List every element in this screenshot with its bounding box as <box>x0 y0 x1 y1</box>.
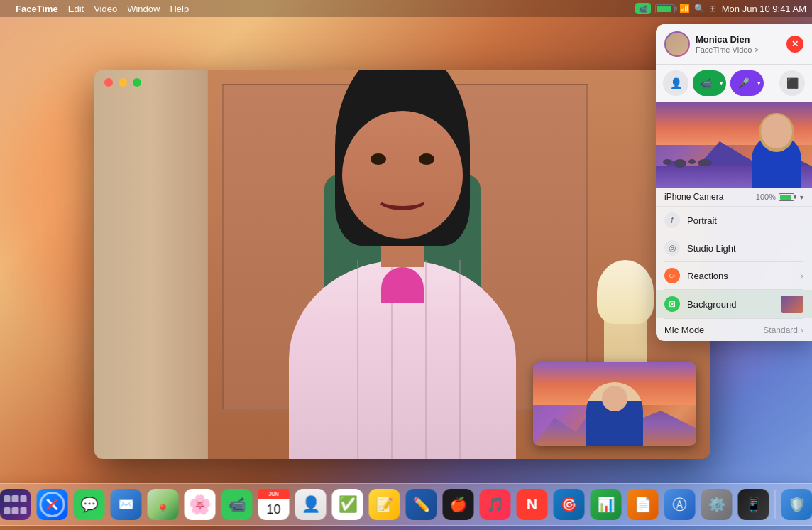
dock-item-notes[interactable]: 📝 <box>368 487 402 521</box>
cal-day: 10 <box>266 502 280 517</box>
menu-video[interactable]: Video <box>94 4 117 14</box>
menu-window[interactable]: Window <box>127 4 160 14</box>
mic-mode-menu-item[interactable]: Mic Mode Standard › <box>656 319 812 341</box>
dock-item-safari[interactable] <box>35 487 70 521</box>
background-menu-item[interactable]: ⊠ Background <box>656 290 812 318</box>
studio-light-symbol: ◎ <box>669 243 676 253</box>
facetime-icon: 📹 <box>221 489 253 520</box>
dock-item-system-settings[interactable]: ⚙️ <box>700 487 734 521</box>
appletv-logo: 🍎 <box>449 496 467 513</box>
camera-controls[interactable]: 📹 ▾ <box>693 70 726 96</box>
close-window-button[interactable] <box>104 78 113 87</box>
portrait-f-icon: f <box>671 215 673 225</box>
reminders-check: ✅ <box>338 495 357 514</box>
battery-icon <box>779 193 794 201</box>
camera-icon: 📹 <box>700 77 712 89</box>
microphone-button[interactable]: 🎤 <box>730 70 756 96</box>
person-button[interactable]: 👤 <box>663 70 688 96</box>
cal-body: 10 <box>266 499 280 520</box>
search-icon[interactable]: 🔍 <box>694 4 705 13</box>
keynote-icon: 🎯 <box>554 489 585 520</box>
app-name[interactable]: FaceTime <box>16 4 58 14</box>
notes-paper: 📝 <box>375 496 393 513</box>
eye-left <box>371 153 386 165</box>
dock-item-photos[interactable]: 🌸 <box>183 487 217 521</box>
dock-item-news[interactable]: N <box>515 487 549 521</box>
dock-item-contacts[interactable]: 👤 <box>294 487 328 521</box>
camera-button[interactable]: 📹 <box>693 70 718 96</box>
camera-chevron-icon[interactable]: ▾ <box>720 80 723 87</box>
screen-share-button[interactable]: ⬛ <box>779 70 805 96</box>
maximize-window-button[interactable] <box>133 78 141 87</box>
launchpad-icon <box>0 489 31 520</box>
reactions-label: Reactions <box>687 271 794 281</box>
reminders-icon: ✅ <box>332 489 363 520</box>
maps-icon: 📍 <box>148 489 179 520</box>
news-icon: N <box>517 489 548 520</box>
dock-item-facetime[interactable]: 📹 <box>220 487 254 521</box>
contact-subtitle[interactable]: FaceTime Video > <box>696 45 781 54</box>
music-icon: 🎵 <box>480 489 511 520</box>
background-thumbnail <box>781 296 803 313</box>
dock-item-keynote[interactable]: 🎯 <box>552 487 586 521</box>
photos-flower: 🌸 <box>189 494 212 516</box>
status-icons: 📹 📶 🔍 ⊞ <box>635 3 716 14</box>
mic-chevron-icon[interactable]: ▾ <box>757 80 761 87</box>
facetime-camera: 📹 <box>228 496 246 513</box>
safari-icon <box>37 489 68 520</box>
reactions-icon: ☺ <box>664 268 680 283</box>
shirt <box>289 260 516 459</box>
video-background <box>94 70 710 459</box>
background-symbol: ⊠ <box>669 299 676 309</box>
lp-6 <box>20 507 26 514</box>
dock-item-adguard[interactable]: 🛡️ <box>780 487 813 521</box>
dock-item-maps[interactable]: 📍 <box>146 487 180 521</box>
battery-percentage: 100% <box>756 193 776 201</box>
shirt-stripe-3 <box>425 260 427 459</box>
studio-light-menu-item[interactable]: ◎ Studio Light <box>656 234 812 261</box>
camera-expand-icon[interactable]: ▾ <box>800 193 803 201</box>
dock-item-numbers[interactable]: 📊 <box>589 487 623 521</box>
vp-head <box>761 114 792 148</box>
dock-item-mail[interactable]: ✉️ <box>109 487 143 521</box>
dock-item-messages[interactable]: 💬 <box>72 487 106 521</box>
contacts-person: 👤 <box>301 495 320 514</box>
reactions-symbol: ☺ <box>668 271 676 281</box>
background-label: Background <box>687 299 774 310</box>
reactions-menu-item[interactable]: ☺ Reactions › <box>656 262 812 289</box>
person-icon: 👤 <box>670 77 682 89</box>
dock-item-appstore[interactable]: Ⓐ <box>663 487 697 521</box>
dock-item-freeform[interactable]: ✏️ <box>405 487 439 521</box>
lp-5 <box>12 507 18 514</box>
dock-item-pages[interactable]: 📄 <box>626 487 660 521</box>
close-icon: ✕ <box>791 40 799 48</box>
maps-pin: 📍 <box>156 504 170 517</box>
appstore-a: Ⓐ <box>673 495 687 514</box>
shirt-collar <box>381 267 424 303</box>
dock-item-reminders[interactable]: ✅ <box>331 487 365 521</box>
facetime-window <box>94 70 710 459</box>
dock-item-calendar[interactable]: JUN 10 <box>257 487 291 521</box>
menu-edit[interactable]: Edit <box>68 4 84 14</box>
dock-item-iphone-mirroring[interactable]: 📱 <box>737 487 771 521</box>
window-traffic-lights <box>104 78 141 87</box>
dock-item-music[interactable]: 🎵 <box>478 487 512 521</box>
camera-label-row[interactable]: iPhone Camera 100% ▾ <box>656 188 812 207</box>
control-center-icon[interactable]: ⊞ <box>709 4 716 13</box>
adguard-icon: 🛡️ <box>781 489 813 520</box>
minimize-window-button[interactable] <box>119 78 127 87</box>
keynote-symbol: 🎯 <box>560 496 578 513</box>
lamp-shade <box>597 260 654 324</box>
rock-1 <box>663 159 671 165</box>
close-panel-button[interactable]: ✕ <box>786 36 803 53</box>
cal-month: JUN <box>268 492 278 497</box>
microphone-controls[interactable]: 🎤 ▾ <box>730 70 764 96</box>
microphone-icon: 🎤 <box>737 77 750 89</box>
portrait-menu-item[interactable]: f Portrait <box>656 207 812 234</box>
iphone-icon: 📱 <box>738 489 769 520</box>
dock-item-launchpad[interactable] <box>0 487 33 521</box>
menu-help[interactable]: Help <box>170 4 189 14</box>
mail-envelope: ✉️ <box>119 497 134 512</box>
dock-item-appletv[interactable]: 🍎 <box>441 487 476 521</box>
background-icon: ⊠ <box>664 296 680 312</box>
